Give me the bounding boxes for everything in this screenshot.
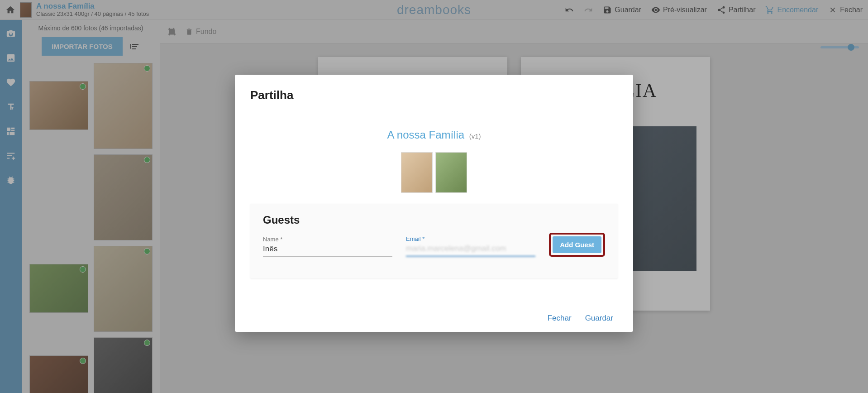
- preview-tile: [435, 152, 467, 193]
- preview-tiles: [250, 149, 618, 196]
- preview-tile: [401, 152, 433, 193]
- email-input[interactable]: [406, 242, 535, 257]
- modal-project-name: A nossa Família: [387, 129, 464, 141]
- modal-save-button[interactable]: Guardar: [585, 314, 613, 323]
- guest-row: Name * Email * Add Guest: [263, 233, 605, 257]
- modal-project-row: A nossa Família (v1): [250, 129, 618, 141]
- email-field: Email *: [406, 235, 535, 257]
- name-label: Name *: [263, 236, 392, 243]
- modal-actions: Fechar Guardar: [250, 314, 618, 323]
- name-input[interactable]: [263, 243, 392, 257]
- modal-close-button[interactable]: Fechar: [548, 314, 572, 323]
- guests-card: Guests Name * Email * Add Guest: [250, 204, 618, 278]
- add-guest-highlight: Add Guest: [549, 233, 605, 257]
- name-field: Name *: [263, 236, 392, 257]
- modal-project-version: (v1): [469, 132, 481, 140]
- guests-heading: Guests: [263, 214, 605, 226]
- email-label: Email *: [406, 235, 535, 242]
- modal-overlay[interactable]: Partilha A nossa Família (v1) Guests Nam…: [0, 0, 868, 393]
- add-guest-button[interactable]: Add Guest: [553, 236, 601, 253]
- share-modal: Partilha A nossa Família (v1) Guests Nam…: [235, 75, 633, 332]
- modal-title: Partilha: [250, 88, 618, 102]
